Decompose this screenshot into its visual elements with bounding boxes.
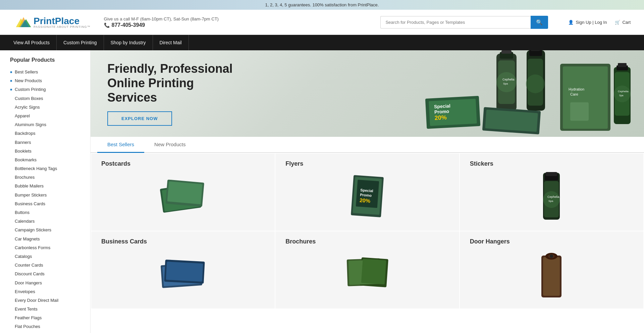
cart-link[interactable]: 🛒 Cart xyxy=(615,20,631,25)
svg-text:Spa: Spa xyxy=(503,82,508,85)
phone-icon: 📞 xyxy=(104,22,110,28)
sidebar-item-event-tents[interactable]: Event Tents xyxy=(10,305,84,314)
sidebar-item-banners[interactable]: Banners xyxy=(10,138,84,147)
product-card-stickers[interactable]: Stickers Cephelia Spa xyxy=(460,154,643,231)
product-title-door-hangers: Door Hangers xyxy=(467,238,510,245)
sidebar-item-envelopes[interactable]: Envelopes xyxy=(10,287,84,296)
bullet-icon xyxy=(10,105,15,110)
bullet-icon: ■ xyxy=(10,70,15,74)
svg-rect-38 xyxy=(167,181,202,204)
svg-point-20 xyxy=(526,74,545,93)
svg-rect-30 xyxy=(618,63,627,67)
sidebar-item-backdrops[interactable]: Backdrops xyxy=(10,129,84,138)
product-card-business-cards[interactable]: Business Cards xyxy=(91,231,275,309)
product-title-postcards: Postcards xyxy=(98,160,130,167)
sidebar: Popular Products ■ Best Sellers ■ New Pr… xyxy=(0,50,91,333)
sidebar-item-brochures[interactable]: Brochures xyxy=(10,173,84,182)
logo-area[interactable]: PrintPlace PASSIONATE ABOUT PRINTING™ xyxy=(13,14,91,31)
tabs-section: Best Sellers New Products xyxy=(91,137,644,153)
svg-rect-25 xyxy=(570,102,589,121)
nav-shop-by-industry[interactable]: Shop by Industry xyxy=(104,35,153,50)
top-banner-text: 1, 2, 3, 4, 5 guarantees. 100% satisfact… xyxy=(265,2,379,7)
search-button[interactable]: 🔍 xyxy=(531,16,548,29)
nav-view-all-products[interactable]: View All Products xyxy=(13,35,57,50)
sidebar-item-bumper-stickers[interactable]: Bumper Stickers xyxy=(10,191,84,200)
svg-text:Promo: Promo xyxy=(360,192,372,197)
svg-text:Cephelia: Cephelia xyxy=(618,90,629,93)
svg-text:Cephelia: Cephelia xyxy=(502,78,515,81)
sidebar-item-business-cards[interactable]: Business Cards xyxy=(10,200,84,208)
explore-now-button[interactable]: EXPLORE NOW xyxy=(107,111,172,126)
svg-rect-61 xyxy=(543,257,560,296)
sidebar-item-campaign-stickers[interactable]: Campaign Stickers xyxy=(10,226,84,234)
hero-product-images: Special Promo 20% Cephelia Spa xyxy=(409,50,644,137)
search-area: 🔍 xyxy=(380,16,548,29)
main-layout: Popular Products ■ Best Sellers ■ New Pr… xyxy=(0,50,644,333)
sidebar-item-floor-graphics[interactable]: Floor Graphics xyxy=(10,331,84,333)
sign-up-link[interactable]: 👤 Sign Up | Log In xyxy=(568,20,607,25)
product-title-business-cards: Business Cards xyxy=(98,238,147,245)
bullet-icon xyxy=(10,96,15,101)
svg-text:Hydration: Hydration xyxy=(569,87,584,91)
tab-best-sellers[interactable]: Best Sellers xyxy=(97,137,144,153)
sidebar-item-every-door-direct-mail[interactable]: Every Door Direct Mail xyxy=(10,296,84,305)
sidebar-item-flat-pouches[interactable]: Flat Pouches xyxy=(10,322,84,331)
svg-text:Promo: Promo xyxy=(434,109,449,115)
product-card-flyers[interactable]: Flyers Special Promo 20% xyxy=(275,154,459,231)
product-card-door-hangers[interactable]: Door Hangers xyxy=(460,231,643,309)
product-card-brochures[interactable]: Brochures xyxy=(275,231,459,309)
svg-text:20%: 20% xyxy=(434,114,447,121)
product-image-stickers: Cephelia Spa xyxy=(528,173,575,220)
product-image-brochures xyxy=(344,251,391,297)
sidebar-item-calendars[interactable]: Calendars xyxy=(10,217,84,226)
sidebar-item-bottleneck-hang-tags[interactable]: Bottleneck Hang Tags xyxy=(10,164,84,173)
hero-text: Friendly, ProfessionalOnline Printing Se… xyxy=(107,61,235,126)
search-input[interactable] xyxy=(380,16,531,29)
sidebar-item-feather-flags[interactable]: Feather Flags xyxy=(10,314,84,322)
sidebar-item-catalogs[interactable]: Catalogs xyxy=(10,252,84,261)
svg-rect-47 xyxy=(546,172,557,176)
nav-bar: View All Products Custom Printing Shop b… xyxy=(0,35,644,50)
sidebar-item-custom-printing[interactable]: ■ Custom Printing xyxy=(10,85,84,94)
sidebar-item-bubble-mailers[interactable]: Bubble Mailers xyxy=(10,182,84,190)
svg-point-32 xyxy=(614,86,631,102)
sidebar-item-aluminum-signs[interactable]: Aluminum Signs xyxy=(10,120,84,129)
svg-text:Care: Care xyxy=(570,92,578,96)
sidebar-item-new-products[interactable]: ■ New Products xyxy=(10,76,84,85)
hero-title: Friendly, ProfessionalOnline Printing Se… xyxy=(107,61,235,105)
product-image-business-cards xyxy=(160,251,207,297)
sidebar-item-bookmarks[interactable]: Bookmarks xyxy=(10,156,84,164)
sidebar-item-custom-boxes[interactable]: Custom Boxes xyxy=(10,94,84,103)
logo-icon xyxy=(13,14,34,31)
product-title-flyers: Flyers xyxy=(282,160,303,167)
sidebar-item-carbonless-forms[interactable]: Carbonless Forms xyxy=(10,243,84,252)
svg-point-64 xyxy=(550,255,553,258)
sidebar-item-door-hangers[interactable]: Door Hangers xyxy=(10,279,84,287)
contact-hours: Give us a call M-F (6am-10pm CT), Sat-Su… xyxy=(104,16,367,21)
sidebar-item-buttons[interactable]: Buttons xyxy=(10,208,84,217)
sidebar-item-counter-cards[interactable]: Counter Cards xyxy=(10,261,84,270)
nav-custom-printing[interactable]: Custom Printing xyxy=(57,35,104,50)
svg-rect-17 xyxy=(529,50,542,56)
sidebar-item-apparel[interactable]: Apparel xyxy=(10,112,84,120)
bullet-icon: ■ xyxy=(10,78,15,83)
product-image-flyers: Special Promo 20% xyxy=(344,173,391,220)
svg-text:Spa: Spa xyxy=(548,200,553,203)
user-icon: 👤 xyxy=(568,20,574,25)
product-image-postcards xyxy=(160,173,207,220)
sidebar-item-best-sellers[interactable]: ■ Best Sellers xyxy=(10,68,84,76)
sidebar-item-acrylic-signs[interactable]: Acrylic Signs xyxy=(10,103,84,112)
product-card-postcards[interactable]: Postcards xyxy=(91,154,275,231)
bullet-icon: ■ xyxy=(10,87,15,92)
svg-rect-11 xyxy=(501,50,512,54)
svg-rect-27 xyxy=(485,110,538,132)
sidebar-item-discount-cards[interactable]: Discount Cards xyxy=(10,270,84,278)
hero-banner: Friendly, ProfessionalOnline Printing Se… xyxy=(91,50,644,137)
product-grid: Postcards Flyers xyxy=(91,153,644,309)
sidebar-item-car-magnets[interactable]: Car Magnets xyxy=(10,235,84,243)
tab-new-products[interactable]: New Products xyxy=(144,137,196,153)
hero-images: Special Promo 20% Cephelia Spa xyxy=(409,50,644,137)
sidebar-item-booklets[interactable]: Booklets xyxy=(10,147,84,156)
nav-direct-mail[interactable]: Direct Mail xyxy=(153,35,189,50)
phone-number: 📞 877-405-3949 xyxy=(104,22,367,28)
